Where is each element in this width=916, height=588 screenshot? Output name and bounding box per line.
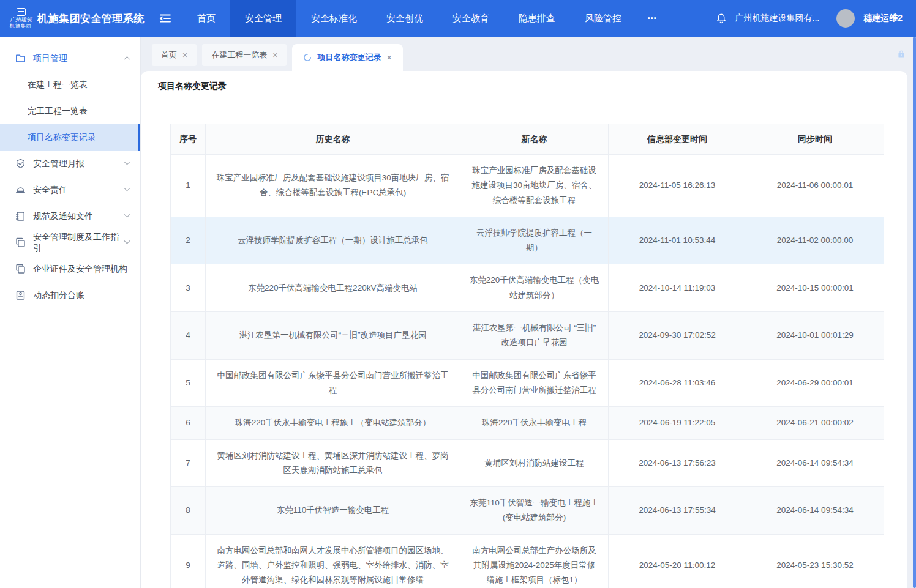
- col-header-changed-time: 信息部变更时间: [609, 124, 746, 155]
- col-header-synced-time: 同步时间: [746, 124, 884, 155]
- new-name: 珠海220千伏永丰输变电工程: [460, 407, 609, 439]
- sidebar-item-label: 安全管理制度及工作指引: [33, 232, 125, 254]
- table-row[interactable]: 7 黄埔区刘村消防站建设工程、黄埔区深井消防站建设工程、萝岗区天鹿湖消防站施工总…: [171, 439, 884, 487]
- table-row[interactable]: 1 珠宝产业园标准厂房及配套基础设施建设项目30亩地块厂房、宿舍、综合楼等配套设…: [171, 155, 884, 217]
- table-row[interactable]: 6 珠海220千伏永丰输变电工程施工（变电站建筑部分） 珠海220千伏永丰输变电…: [171, 407, 884, 439]
- table-row[interactable]: 2 云浮技师学院提质扩容工程（一期）设计施工总承包 云浮技师学院提质扩容工程（一…: [171, 217, 884, 264]
- nav-item-safety-excellence[interactable]: 安全创优: [372, 0, 438, 37]
- sidebar-item-completed-projects[interactable]: 完工工程一览表: [0, 98, 140, 124]
- chevron-up-icon: [124, 56, 130, 62]
- synced-time: 2024-05-23 15:30:52: [746, 534, 884, 588]
- sidebar-item-project-management[interactable]: 项目管理: [0, 45, 140, 72]
- old-name: 东莞110千伏智造一输变电工程: [206, 487, 460, 535]
- sidebar-item-name-change-records[interactable]: 项目名称变更记录: [0, 124, 140, 151]
- changed-time: 2024-06-19 11:22:05: [609, 407, 746, 439]
- row-index: 7: [171, 439, 206, 487]
- sidebar-item-label: 项目管理: [33, 53, 67, 64]
- table-row[interactable]: 9 南方电网公司总部和南网人才发展中心所管辖项目的园区场地、道路、围墙、户外监控…: [171, 534, 884, 588]
- close-icon[interactable]: ×: [272, 51, 277, 59]
- sidebar-item-label: 安全管理月报: [33, 158, 84, 169]
- nav-more-icon[interactable]: ⋯: [636, 0, 669, 37]
- old-name: 云浮技师学院提质扩容工程（一期）设计施工总承包: [206, 217, 460, 264]
- synced-time: 2024-10-15 00:00:01: [746, 264, 884, 312]
- tab-label: 首页: [161, 50, 177, 61]
- nav-item-safety-education[interactable]: 安全教育: [438, 0, 504, 37]
- synced-time: 2024-10-01 00:01:29: [746, 312, 884, 360]
- changed-time: 2024-06-13 17:55:34: [609, 487, 746, 535]
- synced-time: 2024-11-02 00:00:00: [746, 217, 884, 264]
- sidebar-item-ongoing-projects[interactable]: 在建工程一览表: [0, 72, 140, 98]
- nav-item-risk-control[interactable]: 风险管控: [570, 0, 636, 37]
- synced-time: 2024-06-29 00:00:01: [746, 359, 884, 407]
- sidebar-item-safety-rules-guides[interactable]: 安全管理制度及工作指引: [0, 229, 140, 256]
- table-row[interactable]: 3 东莞220千伏高端输变电工程220kV高端变电站 东莞220千伏高端输变电工…: [171, 264, 884, 312]
- row-index: 3: [171, 264, 206, 312]
- tab-ongoing-projects[interactable]: 在建工程一览表 ×: [202, 44, 287, 66]
- changed-time: 2024-09-30 17:02:52: [609, 312, 746, 360]
- copy-icon: [15, 264, 26, 274]
- close-icon[interactable]: ×: [182, 51, 187, 59]
- copy-icon: [15, 237, 26, 248]
- synced-time: 2024-06-21 00:00:02: [746, 407, 884, 439]
- old-name: 中国邮政集团有限公司广东饶平县分公司南门营业所搬迁整治工程: [206, 359, 460, 407]
- sidebar-item-label: 安全责任: [33, 185, 67, 196]
- table-row[interactable]: 5 中国邮政集团有限公司广东饶平县分公司南门营业所搬迁整治工程 中国邮政集团有限…: [171, 359, 884, 407]
- old-name: 黄埔区刘村消防站建设工程、黄埔区深井消防站建设工程、萝岗区天鹿湖消防站施工总承包: [206, 439, 460, 487]
- lock-icon[interactable]: [895, 48, 907, 60]
- synced-time: 2024-06-14 09:54:34: [746, 487, 884, 535]
- table-row[interactable]: 4 湛江农垦第一机械有限公司“三旧”改造项目广垦花园 湛江农垦第一机械有限公司 …: [171, 312, 884, 360]
- records-table-wrap: 序号 历史名称 新名称 信息部变更时间 同步时间 1 珠宝产业园标准厂房及配套基…: [141, 100, 907, 588]
- company-name[interactable]: 广州机施建设集团有...: [735, 13, 820, 24]
- row-index: 5: [171, 359, 206, 407]
- row-index: 8: [171, 487, 206, 535]
- tab-name-change-records[interactable]: 项目名称变更记录 ×: [292, 44, 402, 71]
- new-name: 珠宝产业园标准厂房及配套基础设施建设项目30亩地块厂房、宿舍、综合楼等配套设施工…: [460, 155, 609, 217]
- main-nav: 首页 安全管理 安全标准化 安全创优 安全教育 隐患排查 风险管控 ⋯: [159, 0, 669, 37]
- new-name: 湛江农垦第一机械有限公司 “三旧”改造项目广垦花园: [460, 312, 609, 360]
- col-header-index: 序号: [171, 124, 206, 155]
- user-avatar[interactable]: [836, 9, 855, 28]
- nav-item-home[interactable]: 首页: [182, 0, 230, 37]
- nav-item-hazard-inspection[interactable]: 隐患排查: [504, 0, 570, 37]
- synced-time: 2024-11-06 00:00:01: [746, 155, 884, 217]
- sidebar-item-label: 规范及通知文件: [33, 211, 93, 222]
- new-name: 黄埔区刘村消防站建设工程: [460, 439, 609, 487]
- refresh-spinner-icon[interactable]: [303, 53, 312, 62]
- synced-time: 2024-06-14 09:54:34: [746, 439, 884, 487]
- new-name: 云浮技师学院提质扩容工程（一期）: [460, 217, 609, 264]
- tab-label: 项目名称变更记录: [317, 52, 381, 63]
- sidebar-item-dynamic-deduction-ledger[interactable]: 动态扣分台账: [0, 282, 140, 308]
- table-row[interactable]: 8 东莞110千伏智造一输变电工程 东莞110千伏智造一输变电工程施工(变电站建…: [171, 487, 884, 535]
- col-header-new-name: 新名称: [460, 124, 609, 155]
- company-logo-mark: 广州建筑 机施集团: [10, 8, 32, 29]
- nav-item-safety-standardization[interactable]: 安全标准化: [296, 0, 372, 37]
- nav-item-safety-management[interactable]: 安全管理: [230, 0, 296, 37]
- sidebar-item-standards-notices[interactable]: 规范及通知文件: [0, 203, 140, 229]
- old-name: 东莞220千伏高端输变电工程220kV高端变电站: [206, 264, 460, 312]
- chevron-down-icon: [124, 185, 130, 192]
- new-name: 东莞110千伏智造一输变电工程施工(变电站建筑部分): [460, 487, 609, 535]
- app-logo: 广州建筑 机施集团 机施集团安全管理系统: [0, 8, 141, 29]
- sidebar-item-safety-monthly-report[interactable]: 安全管理月报: [0, 151, 140, 177]
- main-area: 首页 × 在建工程一览表 × 项目名称变更记录 × 项目名称变更记录: [141, 37, 916, 588]
- sidebar-item-enterprise-certificates[interactable]: 企业证件及安全管理机构: [0, 256, 140, 282]
- table-header-row: 序号 历史名称 新名称 信息部变更时间 同步时间: [171, 124, 884, 155]
- changed-time: 2024-11-01 10:53:44: [609, 217, 746, 264]
- changed-time: 2024-05-20 11:00:12: [609, 534, 746, 588]
- changed-time: 2024-06-13 17:56:23: [609, 439, 746, 487]
- tab-home[interactable]: 首页 ×: [152, 44, 197, 66]
- sidebar-item-label: 动态扣分台账: [33, 290, 84, 301]
- sidebar-item-safety-responsibility[interactable]: 安全责任: [0, 177, 140, 203]
- col-header-old-name: 历史名称: [206, 124, 460, 155]
- row-index: 6: [171, 407, 206, 439]
- new-name: 东莞220千伏高端输变电工程（变电站建筑部分）: [460, 264, 609, 312]
- page-scrollbar[interactable]: [913, 37, 916, 588]
- content-card: 项目名称变更记录 序号 历史名称 新名称 信息部变更时间 同步时间: [141, 71, 907, 588]
- old-name: 湛江农垦第一机械有限公司“三旧”改造项目广垦花园: [206, 312, 460, 360]
- notification-bell-icon[interactable]: [716, 13, 727, 24]
- user-name[interactable]: 穗建运维2: [863, 13, 903, 24]
- ledger-document-icon: [15, 290, 26, 300]
- old-name: 珠宝产业园标准厂房及配套基础设施建设项目30亩地块厂房、宿舍、综合楼等配套设施工…: [206, 155, 460, 217]
- sidebar-collapse-icon[interactable]: [159, 13, 171, 23]
- close-icon[interactable]: ×: [386, 53, 391, 62]
